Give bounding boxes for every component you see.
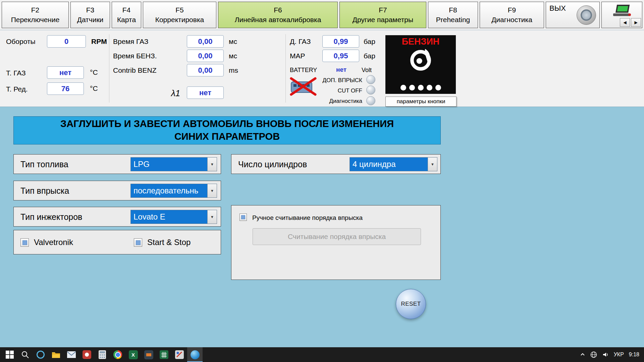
calculator-button[interactable]: [95, 347, 110, 362]
t-gas-value: нет: [47, 66, 84, 79]
d-gas-label: Д. ГАЗ: [290, 38, 311, 46]
interface-tile: ◀ ▶: [601, 2, 642, 28]
cortana-button[interactable]: [33, 347, 48, 362]
injection-type-value: последовательнь: [131, 184, 207, 197]
tab-f6-autocalibration[interactable]: F6 Линейная автокалибровка: [218, 2, 338, 28]
tab-key: F3: [86, 5, 95, 15]
tray-chevron-up-icon[interactable]: [580, 352, 585, 357]
scroll-arrows: ◀ ▶: [620, 18, 641, 27]
chevron-down-icon[interactable]: ▼: [207, 210, 217, 224]
power-exit-button[interactable]: [577, 5, 596, 25]
tab-label: Другие параметры: [353, 15, 413, 24]
time-benz-label: Время БЕНЗ.: [113, 52, 157, 60]
t-red-unit: °C: [90, 84, 98, 93]
pinned-app-button-2[interactable]: [141, 347, 156, 362]
chrome-core-icon: [115, 352, 121, 358]
tab-key: F4: [122, 5, 131, 15]
scroll-left-button[interactable]: ◀: [620, 18, 630, 27]
pinned-app-button-1[interactable]: [79, 347, 95, 362]
valvetronik-checkbox[interactable]: [20, 238, 29, 247]
file-explorer-button[interactable]: [48, 347, 64, 362]
options-group: Valvetronik Start & Stop: [13, 230, 221, 254]
t-gas-label: Т. ГАЗ: [6, 69, 26, 77]
battery-unit: Volt: [362, 67, 372, 74]
language-indicator[interactable]: УКР: [614, 352, 624, 358]
button-params-button[interactable]: параметры кнопки: [385, 97, 457, 107]
exit-tile: ВЫХ: [546, 2, 600, 28]
contrib-benz-unit: ms: [229, 66, 238, 74]
volume-icon[interactable]: [602, 351, 609, 358]
mail-button[interactable]: [64, 347, 79, 362]
mail-icon: [67, 351, 76, 358]
fuel-mode-panel[interactable]: БЕНЗИН: [385, 35, 456, 94]
tab-f5-correction[interactable]: F5 Корректировка: [143, 2, 216, 28]
reset-button[interactable]: RESET: [396, 289, 426, 319]
network-globe-icon[interactable]: [590, 351, 597, 358]
battery-value: нет: [336, 66, 346, 73]
tab-f7-other-params[interactable]: F7 Другие параметры: [339, 2, 426, 28]
injection-order-panel: Ручное считывание порядка впрыска Считыв…: [231, 205, 441, 280]
app-band-icon: [146, 353, 151, 356]
power-icon: [581, 9, 592, 21]
rpm-label: Обороты: [6, 38, 36, 46]
tab-label: Preheating: [436, 15, 470, 24]
chrome-button[interactable]: [110, 347, 125, 362]
fuel-type-group: Тип топлива LPG ▼: [13, 154, 221, 174]
cylinders-value: 4 цилиндра: [350, 158, 428, 171]
tab-label: Диагностика: [491, 15, 532, 24]
lambda-label: λ1: [171, 88, 180, 99]
chevron-down-icon[interactable]: ▼: [428, 158, 437, 171]
time-gas-label: Время ГАЗ: [113, 38, 148, 46]
calculator-icon: [99, 350, 106, 359]
fuel-type-select[interactable]: LPG ▼: [130, 157, 217, 171]
windows-taskbar: X: [0, 347, 644, 362]
system-tray: УКР 9:18: [580, 351, 644, 358]
read-injection-order-button[interactable]: Считывание порядка впрыска: [253, 228, 421, 245]
pinned-app-button-3[interactable]: [172, 347, 187, 362]
time-gas-unit: мс: [229, 38, 237, 46]
rpm-value: 0: [47, 35, 86, 48]
time-benz-unit: мс: [229, 52, 237, 60]
tab-f2-switching[interactable]: F2 Переключение: [2, 2, 69, 28]
fuel-type-label: Тип топлива: [20, 159, 68, 169]
valvetronik-label: Valvetronik: [34, 238, 73, 247]
manual-order-checkbox[interactable]: [239, 214, 247, 221]
cylinders-select[interactable]: 4 цилиндра ▼: [350, 157, 437, 171]
warning-banner-line1: ЗАГЛУШИТЬ И ЗАВЕСТИ АВТОМОБИЛЬ ВНОВЬ ПОС…: [60, 118, 394, 130]
chevron-down-icon[interactable]: ▼: [207, 158, 217, 171]
spreadsheet-icon: [160, 350, 168, 359]
clock[interactable]: 9:18: [629, 352, 639, 358]
status-panel: Обороты 0 RPM Т. ГАЗ нет °C Т. Ред. 76 °…: [0, 30, 644, 107]
t-gas-unit: °C: [90, 68, 98, 76]
start-stop-checkbox[interactable]: [134, 238, 142, 247]
fuel-mode-text: БЕНЗИН: [402, 37, 440, 47]
scroll-right-button[interactable]: ▶: [631, 18, 641, 27]
app-icon: [83, 350, 91, 359]
tab-f3-sensors[interactable]: F3 Датчики: [70, 2, 110, 28]
manual-order-label: Ручное считывание порядка впрыска: [252, 214, 363, 222]
start-button[interactable]: [2, 347, 17, 362]
tab-f8-preheating[interactable]: F8 Preheating: [428, 2, 478, 28]
fuel-dot: [409, 85, 415, 90]
time-benz-value: 0,00: [187, 50, 224, 62]
injector-type-value: Lovato E: [131, 210, 207, 224]
fuel-dot: [400, 85, 406, 90]
active-app-button[interactable]: [187, 347, 203, 362]
t-red-value: 76: [47, 82, 84, 95]
tab-key: F2: [31, 5, 40, 15]
chevron-down-icon[interactable]: ▼: [207, 184, 217, 197]
sheets-button[interactable]: [156, 347, 172, 362]
divider: [285, 34, 286, 103]
cylinders-label: Число цилиндров: [238, 159, 307, 169]
tab-label: Переключение: [11, 15, 60, 24]
taskbar-search-button[interactable]: [17, 347, 33, 362]
divider: [109, 34, 109, 103]
tab-f9-diagnostics[interactable]: F9 Диагностика: [480, 2, 544, 28]
injector-type-select[interactable]: Lovato E ▼: [130, 210, 217, 224]
tab-label: Линейная автокалибровка: [235, 15, 321, 24]
start-stop-label: Start & Stop: [147, 238, 191, 247]
injection-type-select[interactable]: последовательнь ▼: [130, 184, 217, 198]
tab-f4-map[interactable]: F4 Карта: [112, 2, 141, 28]
chrome-icon: [113, 350, 122, 359]
excel-button[interactable]: X: [125, 347, 141, 362]
